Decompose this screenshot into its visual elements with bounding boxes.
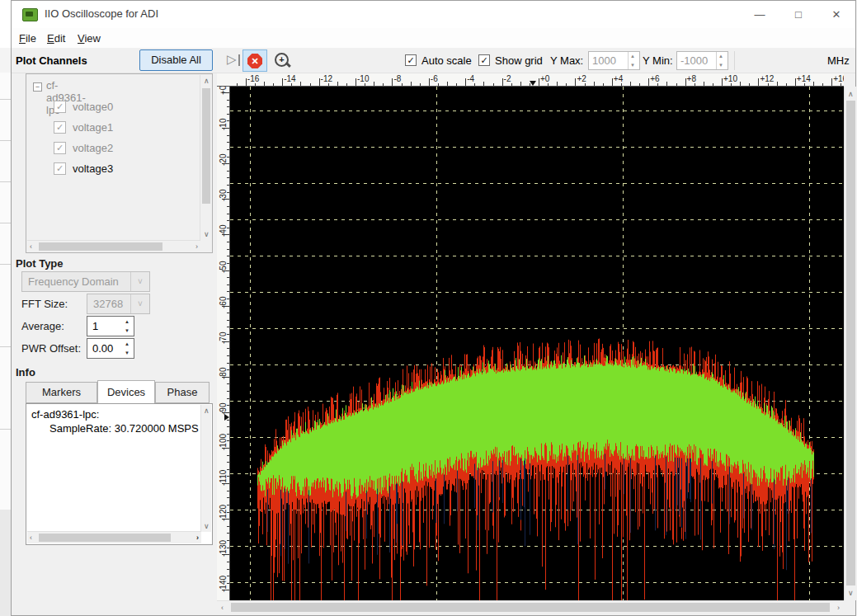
x-tick [657,83,658,86]
x-tick-label: +8 [687,74,696,83]
x-tick [685,78,686,86]
tree-horizontal-scrollbar[interactable]: ‹ › [27,240,200,252]
average-spinbox[interactable]: 1 ▲▼ [87,316,134,336]
menu-edit[interactable]: Edit [45,31,68,46]
channel-checkbox[interactable]: ✓ [54,121,66,134]
scroll-up-icon[interactable]: ∧ [204,77,210,85]
title-bar[interactable]: IIO Oscilloscope for ADI — □ ✕ [12,1,855,28]
y-max-spinbox[interactable]: 1000 ▲▼ [588,51,640,70]
scroll-thumb[interactable] [39,534,171,542]
stop-capture-button[interactable]: ✕ [243,49,267,72]
spin-up-icon[interactable]: ▲ [630,54,635,59]
menu-edit-mnemonic: E [47,32,54,45]
x-tick [676,83,677,86]
fft-size-label: FFT Size: [21,298,68,310]
x-tick [429,78,430,86]
y-tick-label: -30 [219,176,227,201]
show-grid-checkbox[interactable]: ✓ [478,54,490,66]
auto-scale-checkbox[interactable]: ✓ [405,54,417,66]
scroll-right-icon[interactable]: › [195,242,198,251]
spin-down-icon[interactable]: ▼ [125,328,129,333]
plot-horizontal-scrollbar[interactable]: ‹ › [217,600,844,614]
scroll-down-icon[interactable]: ∨ [204,522,210,530]
x-tick [758,78,759,86]
pwr-offset-spinbox[interactable]: 0.00 ▲▼ [87,338,134,359]
x-tick-label: +6 [650,74,659,83]
app-window: IIO Oscilloscope for ADI — □ ✕ File Edit… [11,0,856,616]
spin-down-icon[interactable]: ▼ [630,63,635,68]
capture-play-icon[interactable]: ▷ [227,52,237,67]
x-tick [585,83,586,86]
tab-phase[interactable]: Phase [155,382,210,403]
zoom-in-button[interactable]: + [271,50,293,72]
x-tick [300,82,301,86]
menu-file[interactable]: File [16,31,39,46]
channel-label: voltage3 [73,162,113,175]
info-vertical-scrollbar[interactable]: ∧ ∨ [200,405,211,532]
close-button[interactable]: ✕ [822,4,851,25]
y-tick-label: -110 [219,461,227,486]
y-tick-label: -20 [219,141,227,166]
spin-up-icon[interactable]: ▲ [125,341,129,346]
scroll-left-icon[interactable]: ‹ [30,534,32,542]
plot-type-heading: Plot Type [16,257,64,270]
scroll-thumb[interactable] [39,242,162,251]
y-tick [227,220,229,221]
x-tick-label: -6 [431,74,438,83]
x-tick-label: -16 [247,74,259,83]
y-tick [227,114,229,115]
plot-channels-panel: − cf-ad9361-lpc ✓ voltage0 ✓ voltage1 ✓ … [26,73,213,253]
x-tick-label: -8 [393,74,401,83]
screen: IIO Oscilloscope for ADI — □ ✕ File Edit… [0,0,857,616]
fft-size-dropdown[interactable]: 32768 ˅ [87,294,150,314]
scroll-up-icon[interactable]: ∧ [848,90,854,98]
y-tick-label: -120 [219,496,227,521]
background-row-divider [0,99,11,100]
tab-markers[interactable]: Markers [26,382,97,403]
spin-down-icon[interactable]: ▼ [718,63,723,68]
x-tick [594,82,595,86]
average-value: 1 [92,320,98,332]
scroll-right-icon[interactable]: › [196,534,199,542]
menu-edit-label: dit [54,32,66,45]
scroll-thumb[interactable] [202,88,210,204]
plot-vertical-scrollbar[interactable]: ∧ ∨ [844,87,857,600]
x-tick [273,83,274,86]
minimize-button[interactable]: — [745,4,775,25]
y-tick [227,383,229,384]
spin-up-icon[interactable]: ▲ [718,54,723,59]
x-tick [365,83,365,86]
scroll-up-icon[interactable]: ∧ [204,407,210,415]
spin-down-icon[interactable]: ▼ [125,350,129,355]
y-min-spinbox[interactable]: -1000 ▲▼ [676,51,728,70]
y-tick [227,149,229,150]
spin-up-icon[interactable]: ▲ [125,319,129,324]
maximize-button[interactable]: □ [784,4,813,25]
x-tick-label: -12 [321,74,332,83]
channel-checkbox[interactable]: ✓ [54,101,66,113]
scroll-right-icon[interactable]: › [837,604,840,612]
channel-label: voltage1 [73,121,113,134]
scroll-left-icon[interactable]: ‹ [221,604,224,612]
collapse-icon[interactable]: − [33,82,42,92]
y-tick [227,277,229,278]
x-tick [575,78,576,86]
menu-view[interactable]: View [75,31,103,46]
disable-all-button[interactable]: Disable All [139,49,213,71]
scroll-thumb[interactable] [846,101,855,585]
channel-checkbox[interactable]: ✓ [54,142,66,154]
tree-vertical-scrollbar[interactable]: ∧ ∨ [200,75,211,240]
scroll-left-icon[interactable]: ‹ [30,242,32,251]
tab-devices[interactable]: Devices [97,380,155,404]
y-tick-label: -130 [219,532,227,557]
spectrum-plot-canvas[interactable] [230,87,844,600]
x-tick [603,83,604,86]
plot-domain-dropdown[interactable]: Frequency Domain ˅ [21,271,150,292]
y-tick [227,398,229,399]
info-horizontal-scrollbar[interactable]: ‹ › [27,531,201,543]
scroll-down-icon[interactable]: ∨ [204,230,210,238]
scroll-thumb[interactable] [231,603,830,612]
scroll-down-icon[interactable]: ∨ [848,589,854,597]
channel-checkbox[interactable]: ✓ [54,162,66,175]
x-tick-label: -10 [357,74,369,83]
